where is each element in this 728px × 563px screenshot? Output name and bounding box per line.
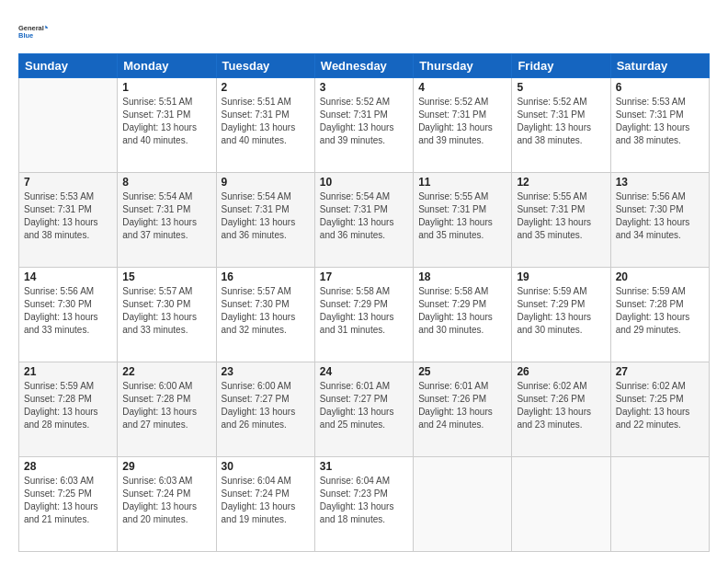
calendar-cell: 3 Sunrise: 5:52 AM Sunset: 7:31 PM Dayli… [314, 78, 413, 173]
day-info: Sunrise: 5:54 AM Sunset: 7:31 PM Dayligh… [320, 191, 394, 240]
calendar-cell: 17 Sunrise: 5:58 AM Sunset: 7:29 PM Dayl… [314, 268, 413, 362]
day-number: 1 [122, 81, 210, 94]
calendar-cell: 27 Sunrise: 6:02 AM Sunset: 7:25 PM Dayl… [610, 362, 709, 457]
day-number: 8 [122, 176, 210, 189]
calendar-cell: 31 Sunrise: 6:04 AM Sunset: 7:23 PM Dayl… [314, 457, 413, 552]
calendar-cell: 16 Sunrise: 5:57 AM Sunset: 7:30 PM Dayl… [216, 268, 314, 362]
calendar-cell: 5 Sunrise: 5:52 AM Sunset: 7:31 PM Dayli… [512, 78, 610, 173]
calendar-cell: 10 Sunrise: 5:54 AM Sunset: 7:31 PM Dayl… [314, 173, 413, 268]
day-number: 20 [616, 270, 704, 283]
day-number: 26 [517, 365, 605, 378]
day-number: 10 [320, 176, 408, 189]
day-info: Sunrise: 6:03 AM Sunset: 7:25 PM Dayligh… [24, 476, 98, 524]
calendar-table: SundayMondayTuesdayWednesdayThursdayFrid… [18, 53, 710, 552]
calendar-cell [610, 457, 709, 552]
day-number: 12 [517, 176, 605, 189]
day-number: 23 [222, 365, 310, 378]
day-info: Sunrise: 6:00 AM Sunset: 7:28 PM Dayligh… [122, 381, 197, 430]
day-info: Sunrise: 5:59 AM Sunset: 7:29 PM Dayligh… [517, 286, 591, 335]
calendar-cell [414, 457, 512, 552]
day-info: Sunrise: 5:57 AM Sunset: 7:30 PM Dayligh… [122, 286, 197, 335]
col-header-monday: Monday [118, 54, 216, 78]
calendar-cell: 4 Sunrise: 5:52 AM Sunset: 7:31 PM Dayli… [414, 78, 512, 173]
day-number: 13 [616, 176, 704, 189]
calendar-cell: 19 Sunrise: 5:59 AM Sunset: 7:29 PM Dayl… [512, 268, 610, 362]
col-header-wednesday: Wednesday [314, 54, 413, 78]
calendar-cell: 29 Sunrise: 6:03 AM Sunset: 7:24 PM Dayl… [118, 457, 216, 552]
calendar-cell: 13 Sunrise: 5:56 AM Sunset: 7:30 PM Dayl… [610, 173, 709, 268]
day-number: 24 [320, 365, 408, 378]
day-info: Sunrise: 5:52 AM Sunset: 7:31 PM Dayligh… [320, 97, 394, 145]
header: General Blue [18, 17, 710, 46]
svg-text:General: General [18, 24, 44, 32]
calendar-cell: 18 Sunrise: 5:58 AM Sunset: 7:29 PM Dayl… [414, 268, 512, 362]
calendar-cell: 14 Sunrise: 5:56 AM Sunset: 7:30 PM Dayl… [19, 268, 118, 362]
day-number: 17 [320, 270, 408, 283]
calendar-cell: 25 Sunrise: 6:01 AM Sunset: 7:26 PM Dayl… [414, 362, 512, 457]
day-number: 7 [24, 176, 112, 189]
calendar-cell: 12 Sunrise: 5:55 AM Sunset: 7:31 PM Dayl… [512, 173, 610, 268]
day-number: 25 [418, 365, 506, 378]
day-number: 31 [320, 460, 408, 473]
calendar-cell: 7 Sunrise: 5:53 AM Sunset: 7:31 PM Dayli… [19, 173, 118, 268]
calendar-cell: 26 Sunrise: 6:02 AM Sunset: 7:26 PM Dayl… [512, 362, 610, 457]
day-info: Sunrise: 5:56 AM Sunset: 7:30 PM Dayligh… [616, 191, 690, 240]
page: General Blue SundayMondayTuesdayWednesda… [0, 0, 728, 563]
day-info: Sunrise: 6:01 AM Sunset: 7:26 PM Dayligh… [418, 381, 493, 430]
day-number: 3 [320, 81, 408, 94]
calendar-week-row: 21 Sunrise: 5:59 AM Sunset: 7:28 PM Dayl… [19, 362, 710, 457]
day-info: Sunrise: 5:53 AM Sunset: 7:31 PM Dayligh… [24, 191, 98, 240]
calendar-cell [19, 78, 118, 173]
col-header-thursday: Thursday [414, 54, 512, 78]
day-number: 16 [222, 270, 310, 283]
day-number: 15 [122, 270, 210, 283]
day-number: 4 [418, 81, 506, 94]
calendar-cell: 28 Sunrise: 6:03 AM Sunset: 7:25 PM Dayl… [19, 457, 118, 552]
day-info: Sunrise: 5:53 AM Sunset: 7:31 PM Dayligh… [616, 97, 690, 145]
day-info: Sunrise: 5:51 AM Sunset: 7:31 PM Dayligh… [122, 97, 197, 145]
calendar-header-row: SundayMondayTuesdayWednesdayThursdayFrid… [19, 54, 710, 78]
day-info: Sunrise: 5:58 AM Sunset: 7:29 PM Dayligh… [320, 286, 394, 335]
calendar-cell: 8 Sunrise: 5:54 AM Sunset: 7:31 PM Dayli… [118, 173, 216, 268]
day-number: 6 [616, 81, 704, 94]
day-info: Sunrise: 5:55 AM Sunset: 7:31 PM Dayligh… [517, 191, 591, 240]
day-info: Sunrise: 6:03 AM Sunset: 7:24 PM Dayligh… [122, 476, 197, 524]
day-info: Sunrise: 5:59 AM Sunset: 7:28 PM Dayligh… [616, 286, 690, 335]
calendar-week-row: 14 Sunrise: 5:56 AM Sunset: 7:30 PM Dayl… [19, 268, 710, 362]
calendar-cell: 22 Sunrise: 6:00 AM Sunset: 7:28 PM Dayl… [118, 362, 216, 457]
calendar-cell: 15 Sunrise: 5:57 AM Sunset: 7:30 PM Dayl… [118, 268, 216, 362]
day-info: Sunrise: 5:55 AM Sunset: 7:31 PM Dayligh… [418, 191, 493, 240]
calendar-week-row: 7 Sunrise: 5:53 AM Sunset: 7:31 PM Dayli… [19, 173, 710, 268]
calendar-cell: 2 Sunrise: 5:51 AM Sunset: 7:31 PM Dayli… [216, 78, 314, 173]
day-info: Sunrise: 6:04 AM Sunset: 7:24 PM Dayligh… [222, 476, 296, 524]
day-info: Sunrise: 5:54 AM Sunset: 7:31 PM Dayligh… [222, 191, 296, 240]
day-number: 9 [222, 176, 310, 189]
calendar-cell: 30 Sunrise: 6:04 AM Sunset: 7:24 PM Dayl… [216, 457, 314, 552]
col-header-tuesday: Tuesday [216, 54, 314, 78]
logo: General Blue [18, 17, 48, 46]
day-info: Sunrise: 6:00 AM Sunset: 7:27 PM Dayligh… [222, 381, 296, 430]
day-info: Sunrise: 5:59 AM Sunset: 7:28 PM Dayligh… [24, 381, 98, 430]
svg-text:Blue: Blue [18, 31, 33, 40]
day-info: Sunrise: 6:02 AM Sunset: 7:25 PM Dayligh… [616, 381, 690, 430]
day-number: 28 [24, 460, 112, 473]
svg-marker-2 [45, 26, 48, 29]
day-number: 21 [24, 365, 112, 378]
calendar-cell: 21 Sunrise: 5:59 AM Sunset: 7:28 PM Dayl… [19, 362, 118, 457]
calendar-cell [512, 457, 610, 552]
day-info: Sunrise: 6:01 AM Sunset: 7:27 PM Dayligh… [320, 381, 394, 430]
day-number: 27 [616, 365, 704, 378]
calendar-cell: 6 Sunrise: 5:53 AM Sunset: 7:31 PM Dayli… [610, 78, 709, 173]
day-info: Sunrise: 5:57 AM Sunset: 7:30 PM Dayligh… [222, 286, 296, 335]
day-number: 2 [222, 81, 310, 94]
calendar-week-row: 1 Sunrise: 5:51 AM Sunset: 7:31 PM Dayli… [19, 78, 710, 173]
calendar-cell: 9 Sunrise: 5:54 AM Sunset: 7:31 PM Dayli… [216, 173, 314, 268]
day-info: Sunrise: 5:54 AM Sunset: 7:31 PM Dayligh… [122, 191, 197, 240]
col-header-sunday: Sunday [19, 54, 118, 78]
col-header-saturday: Saturday [610, 54, 709, 78]
logo-svg: General Blue [18, 17, 48, 46]
day-number: 22 [122, 365, 210, 378]
day-number: 19 [517, 270, 605, 283]
day-info: Sunrise: 6:04 AM Sunset: 7:23 PM Dayligh… [320, 476, 394, 524]
col-header-friday: Friday [512, 54, 610, 78]
